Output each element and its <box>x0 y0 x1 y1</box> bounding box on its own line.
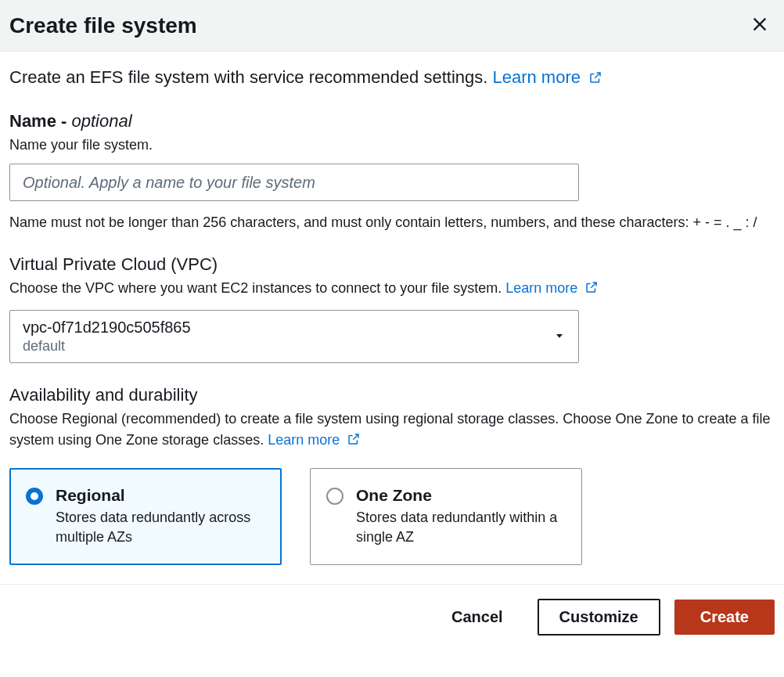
vpc-select[interactable]: vpc-0f71d2190c505f865 default <box>9 310 579 363</box>
intro-learn-more-link[interactable]: Learn more <box>492 67 602 87</box>
tile-body: Regional Stores data redundantly across … <box>56 486 265 547</box>
tile-title: Regional <box>56 486 265 505</box>
name-label: Name - optional <box>9 111 775 131</box>
durability-title: Availability and durability <box>9 385 775 405</box>
vpc-select-text: vpc-0f71d2190c505f865 default <box>23 319 191 355</box>
name-label-text: Name - <box>9 111 71 131</box>
tile-desc: Stores data redundantly within a single … <box>356 508 566 547</box>
vpc-selected-name: default <box>23 338 191 355</box>
durability-desc-text: Choose Regional (recommended) to create … <box>9 411 771 448</box>
dialog-content: Create an EFS file system with service r… <box>0 52 784 584</box>
dialog-footer: Cancel Customize Create <box>0 584 784 650</box>
tile-title: One Zone <box>356 486 566 505</box>
tile-body: One Zone Stores data redundantly within … <box>356 486 566 547</box>
intro-text-span: Create an EFS file system with service r… <box>9 67 492 87</box>
vpc-learn-more-link[interactable]: Learn more <box>505 280 599 296</box>
vpc-desc: Choose the VPC where you want EC2 instan… <box>9 278 775 301</box>
radio-icon <box>26 488 43 505</box>
learn-more-label: Learn more <box>492 67 581 87</box>
learn-more-label: Learn more <box>505 280 577 296</box>
name-optional: optional <box>71 111 131 131</box>
learn-more-label: Learn more <box>268 432 340 448</box>
close-icon <box>751 23 768 35</box>
customize-button[interactable]: Customize <box>538 599 660 636</box>
tile-regional[interactable]: Regional Stores data redundantly across … <box>9 468 282 565</box>
external-link-icon <box>347 431 361 452</box>
external-link-icon <box>584 279 599 301</box>
radio-icon <box>326 488 343 505</box>
name-constraint: Name must not be longer than 256 charact… <box>9 212 775 232</box>
tile-desc: Stores data redundantly across multiple … <box>56 508 265 547</box>
name-desc: Name your file system. <box>9 135 775 156</box>
durability-learn-more-link[interactable]: Learn more <box>268 432 361 448</box>
vpc-title: Virtual Private Cloud (VPC) <box>9 254 775 275</box>
cancel-button[interactable]: Cancel <box>431 600 523 634</box>
chevron-down-icon <box>553 329 566 344</box>
name-section: Name - optional Name your file system. N… <box>9 111 775 232</box>
durability-desc: Choose Regional (recommended) to create … <box>9 409 775 452</box>
vpc-desc-text: Choose the VPC where you want EC2 instan… <box>9 280 505 296</box>
dialog-header: Create file system <box>0 0 784 52</box>
tile-one-zone[interactable]: One Zone Stores data redundantly within … <box>310 468 582 565</box>
create-button[interactable]: Create <box>674 600 775 635</box>
durability-section: Availability and durability Choose Regio… <box>9 385 775 565</box>
dialog-title: Create file system <box>9 13 197 38</box>
vpc-selected-id: vpc-0f71d2190c505f865 <box>23 319 191 337</box>
vpc-section: Virtual Private Cloud (VPC) Choose the V… <box>9 254 775 363</box>
name-input[interactable] <box>9 164 579 201</box>
external-link-icon <box>588 69 602 89</box>
durability-tiles: Regional Stores data redundantly across … <box>9 468 775 565</box>
intro-text: Create an EFS file system with service r… <box>9 67 775 89</box>
close-button[interactable] <box>748 13 771 38</box>
